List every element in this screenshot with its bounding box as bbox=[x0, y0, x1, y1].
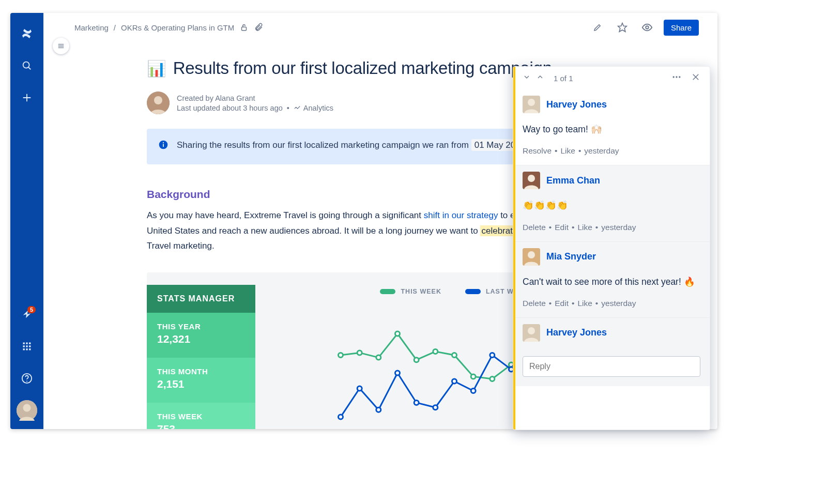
svg-marker-18 bbox=[618, 23, 627, 32]
comment-action[interactable]: Delete bbox=[523, 299, 546, 308]
svg-point-55 bbox=[676, 76, 677, 78]
comment-item: Mia SnyderCan't wait to see more of this… bbox=[513, 242, 710, 318]
svg-point-16 bbox=[23, 404, 31, 412]
svg-point-60 bbox=[528, 99, 535, 106]
restrictions-unlocked-icon[interactable] bbox=[239, 23, 249, 32]
edit-icon[interactable] bbox=[589, 19, 606, 36]
notification-badge: 5 bbox=[27, 306, 36, 313]
comment-action[interactable]: Like bbox=[577, 223, 592, 232]
svg-point-39 bbox=[357, 386, 362, 391]
prev-comment-icon[interactable] bbox=[520, 71, 533, 85]
help-icon[interactable] bbox=[17, 368, 37, 389]
svg-rect-8 bbox=[26, 345, 27, 347]
svg-point-28 bbox=[395, 331, 400, 336]
profile-avatar[interactable] bbox=[17, 400, 37, 421]
svg-point-33 bbox=[490, 377, 495, 381]
notifications-icon[interactable]: 5 bbox=[17, 304, 37, 325]
analytics-link[interactable]: Analytics bbox=[294, 104, 333, 112]
comment-body: Can't wait to see more of this next year… bbox=[523, 275, 700, 288]
svg-rect-17 bbox=[242, 27, 247, 30]
svg-rect-5 bbox=[26, 343, 27, 344]
comment-body: Way to go team! 🙌🏻 bbox=[523, 123, 700, 136]
reply-avatar[interactable] bbox=[523, 324, 540, 342]
app-switcher-icon[interactable] bbox=[17, 336, 37, 357]
comment-item: Harvey JonesWay to go team! 🙌🏻Resolve•Li… bbox=[513, 89, 710, 165]
comment-avatar[interactable] bbox=[523, 248, 540, 266]
reply-row bbox=[513, 351, 710, 386]
svg-point-29 bbox=[414, 358, 419, 362]
global-nav-rail: 5 bbox=[10, 13, 43, 429]
comment-action[interactable]: Delete bbox=[523, 223, 546, 232]
page-title-text: Results from our first localized marketi… bbox=[173, 58, 552, 78]
breadcrumb-separator: / bbox=[114, 23, 116, 32]
comment-action[interactable]: Like bbox=[577, 299, 592, 308]
svg-point-26 bbox=[357, 350, 362, 355]
svg-point-41 bbox=[395, 371, 400, 375]
svg-point-32 bbox=[471, 374, 476, 379]
svg-point-14 bbox=[26, 381, 27, 382]
comment-author[interactable]: Emma Chan bbox=[546, 175, 600, 186]
svg-rect-12 bbox=[29, 348, 30, 350]
stats-header: STATS MANAGER bbox=[147, 285, 255, 313]
svg-point-21 bbox=[154, 96, 162, 104]
comment-action[interactable]: Like bbox=[560, 146, 575, 155]
inline-link[interactable]: shift in our strategy bbox=[424, 210, 498, 220]
legend-swatch-this-week bbox=[380, 289, 395, 294]
comments-header: 1 of 1 bbox=[513, 67, 710, 89]
svg-point-66 bbox=[528, 327, 535, 334]
author-name[interactable]: Alana Grant bbox=[215, 94, 255, 102]
stats-cell: THIS WEEK 753 bbox=[147, 403, 255, 429]
reply-input[interactable] bbox=[523, 356, 700, 377]
comment-author[interactable]: Mia Snyder bbox=[546, 251, 596, 262]
svg-rect-7 bbox=[23, 345, 25, 347]
svg-point-25 bbox=[339, 353, 343, 358]
comment-action[interactable]: Resolve bbox=[523, 146, 552, 155]
svg-point-43 bbox=[433, 405, 438, 410]
comment-actions: Delete•Edit•Like•yesterday bbox=[523, 223, 700, 232]
breadcrumb-item[interactable]: Marketing bbox=[74, 23, 109, 32]
svg-point-19 bbox=[646, 26, 649, 29]
comment-item: Emma Chan👏👏👏👏Delete•Edit•Like•yesterday bbox=[513, 165, 710, 241]
svg-line-1 bbox=[28, 67, 31, 70]
author-avatar[interactable] bbox=[147, 91, 170, 114]
collapse-sidebar-button[interactable] bbox=[53, 38, 69, 54]
comment-counter: 1 of 1 bbox=[554, 74, 573, 83]
breadcrumb-item[interactable]: OKRs & Operating Plans in GTM bbox=[121, 23, 234, 32]
svg-point-46 bbox=[490, 353, 495, 358]
comment-body: 👏👏👏👏 bbox=[523, 198, 700, 212]
author-prefix: Created by bbox=[177, 94, 215, 102]
comment-avatar[interactable] bbox=[523, 96, 540, 113]
comment-actions: Delete•Edit•Like•yesterday bbox=[523, 299, 700, 308]
info-icon bbox=[158, 140, 169, 155]
next-comment-icon[interactable] bbox=[534, 71, 546, 85]
watch-icon[interactable] bbox=[639, 19, 655, 36]
svg-point-31 bbox=[452, 353, 457, 358]
comment-action[interactable]: Edit bbox=[555, 299, 569, 308]
reply-section: Harvey Jones bbox=[513, 318, 710, 351]
svg-point-64 bbox=[528, 251, 535, 258]
svg-rect-4 bbox=[23, 343, 25, 344]
comment-avatar[interactable] bbox=[523, 172, 540, 189]
svg-rect-9 bbox=[29, 345, 30, 347]
more-actions-icon[interactable] bbox=[669, 70, 684, 86]
svg-point-38 bbox=[339, 415, 343, 419]
comment-author[interactable]: Harvey Jones bbox=[546, 99, 607, 110]
svg-point-56 bbox=[679, 76, 680, 78]
reply-author[interactable]: Harvey Jones bbox=[546, 327, 607, 338]
stats-cell: THIS MONTH 2,151 bbox=[147, 358, 255, 403]
search-icon[interactable] bbox=[17, 55, 37, 76]
comment-timestamp: yesterday bbox=[601, 299, 636, 308]
star-icon[interactable] bbox=[614, 19, 631, 36]
svg-point-44 bbox=[452, 379, 457, 384]
close-icon[interactable] bbox=[689, 70, 702, 86]
confluence-logo-icon[interactable] bbox=[17, 23, 37, 44]
share-button[interactable]: Share bbox=[664, 20, 699, 36]
stats-cell: THIS YEAR 12,321 bbox=[147, 313, 255, 358]
comments-panel: 1 of 1 Harvey JonesWay to go team! 🙌🏻Res… bbox=[513, 66, 710, 430]
last-updated: Last updated about 3 hours ago bbox=[177, 104, 283, 112]
comment-actions: Resolve•Like•yesterday bbox=[523, 146, 700, 156]
svg-point-54 bbox=[673, 76, 675, 78]
create-icon[interactable] bbox=[17, 87, 37, 108]
attachments-icon[interactable] bbox=[254, 23, 263, 32]
comment-action[interactable]: Edit bbox=[555, 223, 569, 232]
